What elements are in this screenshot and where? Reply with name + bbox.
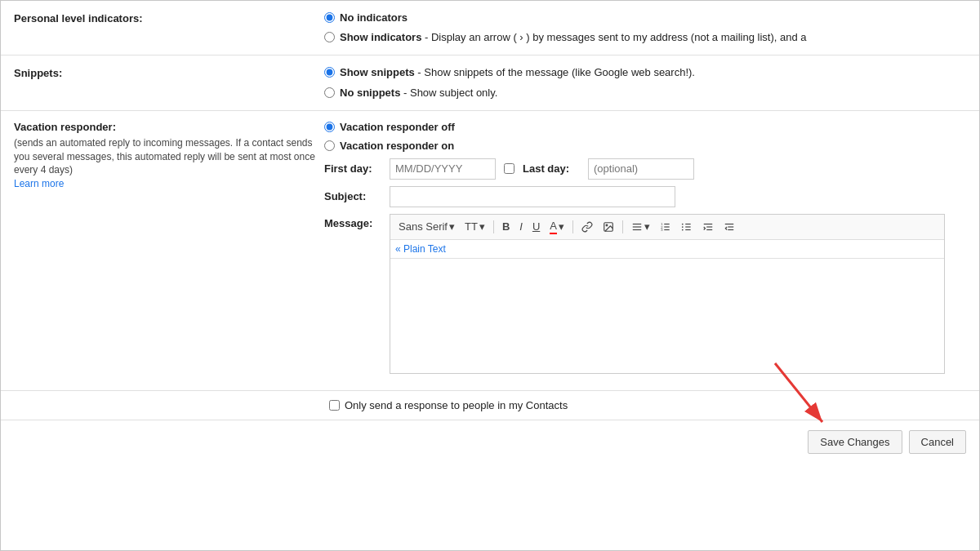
italic-button[interactable]: I xyxy=(516,219,526,234)
contacts-only-row: Only send a response to people in my Con… xyxy=(1,391,979,420)
vacation-on-label[interactable]: Vacation responder on xyxy=(340,140,454,152)
last-day-input[interactable] xyxy=(588,158,694,180)
message-label: Message: xyxy=(324,214,381,229)
buttons-row: Save Changes Cancel xyxy=(1,420,979,464)
svg-point-16 xyxy=(682,229,684,230)
bold-button[interactable]: B xyxy=(499,219,513,234)
vacation-label-col: Vacation responder: (sends an automated … xyxy=(14,121,324,189)
message-row: Message: Sans Serif ▾ TT ▾ B xyxy=(324,214,966,374)
show-indicators-label-text[interactable]: Show indicators - Display an arrow ( › )… xyxy=(340,30,806,45)
color-chevron: ▾ xyxy=(559,220,564,233)
subject-row: Subject: xyxy=(324,186,966,207)
no-indicators-option: No indicators xyxy=(324,11,966,25)
save-changes-button[interactable]: Save Changes xyxy=(808,430,902,454)
contacts-only-label: Only send a response to people in my Con… xyxy=(345,399,568,411)
vacation-row: Vacation responder: (sends an automated … xyxy=(1,111,979,391)
underline-button[interactable]: U xyxy=(529,219,543,234)
align-icon xyxy=(631,221,643,233)
ul-icon xyxy=(681,221,693,233)
show-indicators-option: Show indicators - Display an arrow ( › )… xyxy=(324,30,966,45)
date-row: First day: Last day: xyxy=(324,158,966,180)
vacation-on-radio[interactable] xyxy=(324,140,335,151)
chevron-down-icon-small: ▾ xyxy=(479,220,485,233)
outdent-icon xyxy=(724,221,735,233)
personal-indicators-options: No indicators Show indicators - Display … xyxy=(324,11,966,45)
personal-indicators-row: Personal level indicators: No indicators… xyxy=(1,1,979,56)
align-chevron: ▾ xyxy=(644,220,650,233)
show-snippets-radio[interactable] xyxy=(324,67,335,78)
settings-container: Personal level indicators: No indicators… xyxy=(1,1,979,464)
learn-more-link[interactable]: Learn more xyxy=(14,178,64,189)
vacation-off-label[interactable]: Vacation responder off xyxy=(340,121,455,133)
font-family-selector[interactable]: Sans Serif ▾ xyxy=(395,219,458,234)
vacation-options-col: Vacation responder off Vacation responde… xyxy=(324,121,966,380)
plain-text-link[interactable]: « Plain Text xyxy=(390,240,944,259)
show-indicators-radio[interactable] xyxy=(324,32,335,42)
cancel-button[interactable]: Cancel xyxy=(909,430,966,454)
indent-icon xyxy=(702,221,714,233)
svg-point-15 xyxy=(682,226,684,228)
no-snippets-label-text[interactable]: No snippets - Show subject only. xyxy=(340,86,497,100)
unordered-list-button[interactable] xyxy=(678,220,696,234)
first-day-input[interactable] xyxy=(390,158,496,180)
chevron-down-icon: ▾ xyxy=(449,220,455,233)
toolbar-sep-3 xyxy=(622,220,623,233)
show-snippets-option: Show snippets - Show snippets of the mes… xyxy=(324,65,966,80)
svg-point-14 xyxy=(682,223,684,224)
snippets-options: Show snippets - Show snippets of the mes… xyxy=(324,65,966,100)
last-day-label: Last day: xyxy=(523,162,580,175)
svg-text:3: 3 xyxy=(661,228,663,232)
personal-indicators-label: Personal level indicators: xyxy=(14,11,324,24)
image-button[interactable] xyxy=(599,220,617,234)
vacation-on-row: Vacation responder on xyxy=(324,140,966,152)
font-color-button[interactable]: A ▾ xyxy=(546,218,568,236)
no-indicators-label-text[interactable]: No indicators xyxy=(340,11,408,25)
font-size-label: TT xyxy=(465,220,478,233)
editor-area: Sans Serif ▾ TT ▾ B I xyxy=(390,214,945,374)
link-icon xyxy=(581,221,593,233)
no-snippets-option: No snippets - Show subject only. xyxy=(324,86,966,100)
vacation-off-row: Vacation responder off xyxy=(324,121,966,133)
font-size-button[interactable]: TT ▾ xyxy=(461,219,488,234)
last-day-checkbox[interactable] xyxy=(504,163,514,174)
snippets-label: Snippets: xyxy=(14,65,324,79)
vacation-off-radio[interactable] xyxy=(324,122,335,132)
vacation-desc: (sends an automated reply to incoming me… xyxy=(14,136,324,177)
subject-label: Subject: xyxy=(324,190,381,202)
outdent-button[interactable] xyxy=(720,220,738,234)
indent-button[interactable] xyxy=(699,220,717,234)
image-icon xyxy=(603,221,614,233)
snippets-row: Snippets: Show snippets - Show snippets … xyxy=(1,56,979,110)
ol-icon: 1 2 3 xyxy=(660,221,671,233)
toolbar-sep-1 xyxy=(493,220,494,233)
font-family-label: Sans Serif xyxy=(399,220,448,233)
subject-input[interactable] xyxy=(390,186,675,207)
show-snippets-label-text[interactable]: Show snippets - Show snippets of the mes… xyxy=(340,65,695,80)
toolbar: Sans Serif ▾ TT ▾ B I xyxy=(390,215,944,240)
first-day-label: First day: xyxy=(324,162,381,175)
message-editor[interactable] xyxy=(390,259,944,373)
align-button[interactable]: ▾ xyxy=(628,219,653,234)
link-button[interactable] xyxy=(578,220,596,234)
contacts-only-checkbox[interactable] xyxy=(329,400,340,411)
vacation-main-label: Vacation responder: xyxy=(14,121,324,133)
ordered-list-button[interactable]: 1 2 3 xyxy=(657,220,675,234)
toolbar-sep-2 xyxy=(572,220,573,233)
no-snippets-radio[interactable] xyxy=(324,87,335,98)
svg-point-1 xyxy=(606,224,608,226)
no-indicators-radio[interactable] xyxy=(324,12,335,23)
